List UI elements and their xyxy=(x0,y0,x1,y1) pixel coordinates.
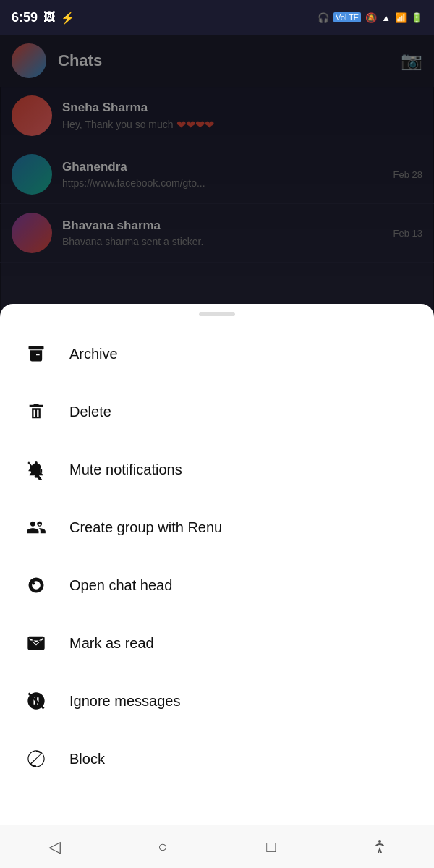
svg-point-2 xyxy=(33,582,35,585)
messenger-icon: ⚡ xyxy=(61,11,75,25)
menu-item-chat-head[interactable]: Open chat head xyxy=(0,556,434,614)
bottom-sheet: Archive Delete Mute notifications Create… xyxy=(0,304,434,825)
recents-button[interactable]: □ xyxy=(254,830,289,864)
status-time: 6:59 xyxy=(12,10,38,25)
open-chat-head-icon xyxy=(23,572,49,598)
archive-label: Archive xyxy=(69,346,118,362)
sheet-handle xyxy=(0,304,434,319)
menu-item-group[interactable]: Create group with Renu xyxy=(0,498,434,556)
wifi-icon: ▲ xyxy=(381,12,391,23)
ignore-messages-icon xyxy=(23,688,49,714)
battery-icon: 🔋 xyxy=(411,12,422,23)
menu-item-delete[interactable]: Delete xyxy=(0,383,434,441)
archive-icon xyxy=(23,341,49,367)
menu-item-mark-read[interactable]: Mark as read xyxy=(0,614,434,672)
gallery-icon: 🖼 xyxy=(43,11,55,24)
headphone-icon: 🎧 xyxy=(318,12,329,23)
menu-item-archive[interactable]: Archive xyxy=(0,325,434,383)
create-group-icon xyxy=(23,514,49,540)
mark-as-read-icon xyxy=(23,630,49,656)
delete-label: Delete xyxy=(69,404,111,420)
delete-icon xyxy=(23,399,49,425)
accessibility-button[interactable] xyxy=(362,830,397,864)
ignore-label: Ignore messages xyxy=(69,693,180,710)
mark-read-label: Mark as read xyxy=(69,635,154,652)
back-button[interactable]: ◁ xyxy=(37,830,72,864)
navigation-bar: ◁ ○ □ xyxy=(0,825,434,868)
chat-head-label: Open chat head xyxy=(69,577,172,594)
svg-point-4 xyxy=(378,840,381,843)
menu-item-mute[interactable]: Mute notifications xyxy=(0,441,434,498)
block-icon xyxy=(23,746,49,772)
mute-label: Mute notifications xyxy=(69,461,182,478)
mute-status-icon: 🔕 xyxy=(365,12,377,23)
mute-notifications-icon xyxy=(23,456,49,482)
menu-item-block[interactable]: Block xyxy=(0,730,434,788)
status-icons: 🎧 VoLTE 🔕 ▲ 📶 🔋 xyxy=(318,12,422,23)
volte-badge: VoLTE xyxy=(333,12,361,22)
status-bar: 6:59 🖼 ⚡ 🎧 VoLTE 🔕 ▲ 📶 🔋 xyxy=(0,0,434,35)
context-menu: Archive Delete Mute notifications Create… xyxy=(0,319,434,793)
home-button[interactable]: ○ xyxy=(145,830,180,864)
svg-point-1 xyxy=(32,581,41,590)
group-label: Create group with Renu xyxy=(69,519,222,536)
status-left: 6:59 🖼 ⚡ xyxy=(12,10,75,25)
signal-icon: 📶 xyxy=(395,12,407,23)
handle-bar xyxy=(199,312,235,316)
menu-item-ignore[interactable]: Ignore messages xyxy=(0,672,434,730)
block-label: Block xyxy=(69,751,105,767)
